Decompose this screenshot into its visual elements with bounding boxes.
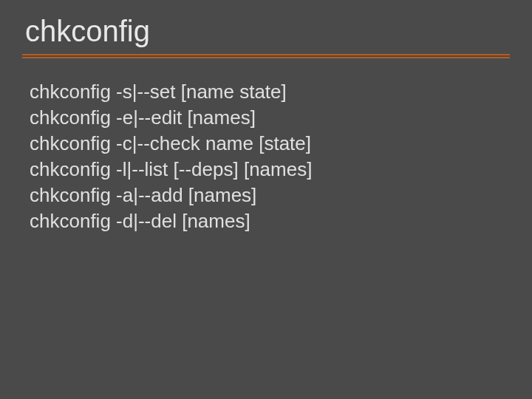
usage-line: chkconfig -s|--set [name state] xyxy=(30,79,510,105)
usage-line: chkconfig -e|--edit [names] xyxy=(30,105,510,131)
usage-line: chkconfig -c|--check name [state] xyxy=(30,131,510,157)
usage-line: chkconfig -d|--del [names] xyxy=(30,208,510,234)
title-divider xyxy=(22,54,510,58)
usage-line: chkconfig -l|--list [--deps] [names] xyxy=(30,157,510,183)
slide: chkconfig chkconfig -s|--set [name state… xyxy=(0,0,532,399)
usage-line: chkconfig -a|--add [names] xyxy=(30,183,510,208)
body: chkconfig -s|--set [name state] chkconfi… xyxy=(22,79,510,235)
page-title: chkconfig xyxy=(22,15,510,48)
title-block: chkconfig xyxy=(22,15,510,58)
